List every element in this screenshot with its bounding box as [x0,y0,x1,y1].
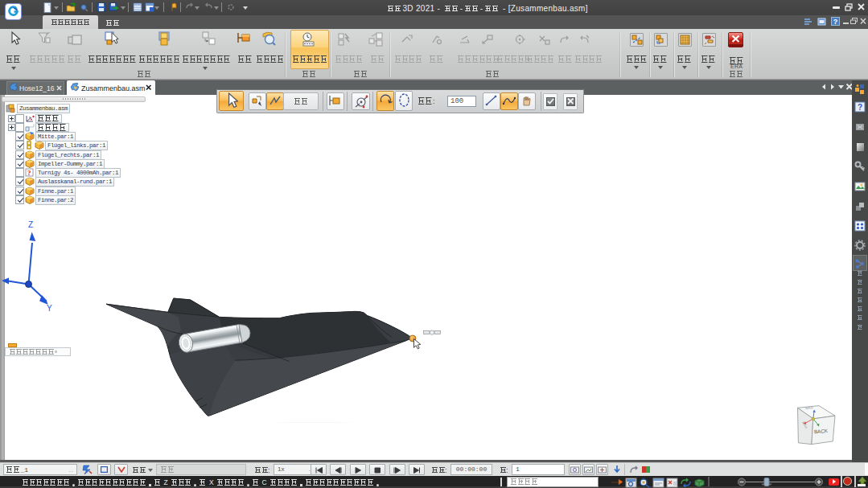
svg-text:Z: Z [28,220,33,229]
svg-text:MAX: MAX [805,406,813,411]
svg-text:Y: Y [47,304,52,313]
svg-text:?: ? [858,103,862,112]
svg-text:?: ? [27,169,31,177]
